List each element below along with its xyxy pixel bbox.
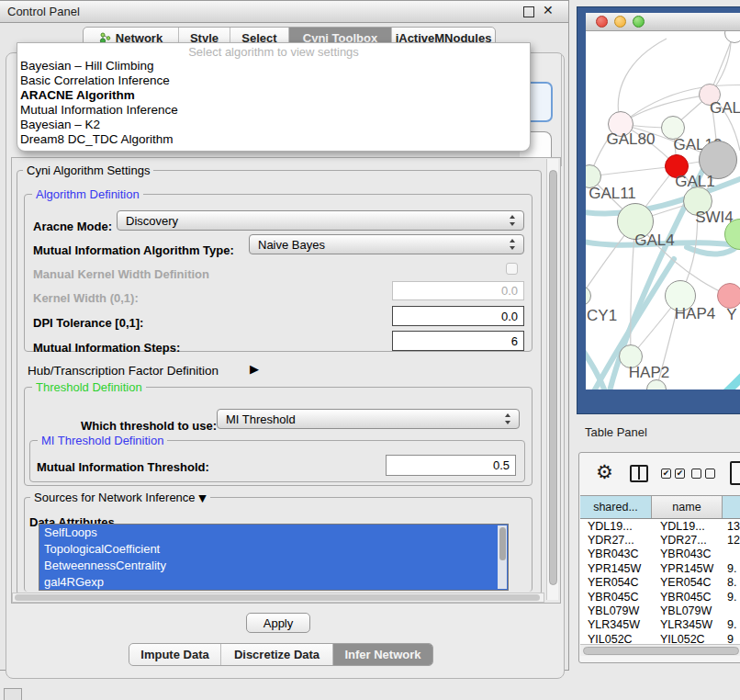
aracne-mode-combobox[interactable]: Discovery [117,210,524,231]
data-attributes-list[interactable]: SelfLoopsTopologicalCoefficientBetweenne… [39,524,509,591]
tab-discretize-data[interactable]: Discretize Data [221,644,333,665]
node-label: GAL [710,99,740,118]
new-table-icon[interactable] [730,461,740,485]
table-cell: YBL079W [580,604,652,617]
threshold-definition-title: Threshold Definition [32,380,146,394]
manual-kernel-width-checkbox[interactable] [506,263,518,275]
algorithm-option[interactable]: ARACNE Algorithm [17,88,530,103]
table-cell: YDL19... [652,520,723,533]
kernel-width-label: Kernel Width (0,1): [33,291,139,305]
horizontal-scrollbar-thumb[interactable] [15,594,540,601]
apply-button[interactable]: Apply [246,613,310,633]
table-cell: YPR145W [580,562,652,575]
network-node-y[interactable] [717,283,740,309]
node-label: GAL11 [589,185,636,203]
expand-right-icon[interactable]: ▶ [250,362,259,376]
node-label: GAL80 [607,130,656,149]
vertical-scrollbar[interactable] [546,159,558,600]
data-attribute-item[interactable]: gal4RGexp [39,574,508,591]
close-icon[interactable]: ✕ [543,3,554,17]
deselect-columns-icon[interactable] [705,469,715,479]
algorithm-option[interactable]: Basic Correlation Inference [17,73,530,88]
which-threshold-label: Which threshold to use: [81,419,217,433]
data-attribute-item[interactable]: TopologicalCoefficient [39,541,508,558]
node-label: HAP2 [629,364,669,382]
select-columns-checked-icon[interactable]: ✔ [675,469,685,479]
float-window-icon[interactable] [523,6,534,17]
table-cell: YDR27... [652,534,723,547]
spinner-arrows-icon [510,215,516,226]
zoom-traffic-light[interactable] [633,16,645,28]
table-panel-window: ⚙ ✔ ✔ shared...name YDL19...YDL19...13YD… [578,452,740,663]
manual-kernel-width-label: Manual Kernel Width Definition [33,267,209,281]
table-row[interactable]: YDL19...YDL19...13 [580,519,740,533]
table-row[interactable]: YPR145WYPR145W9. [580,561,740,575]
deselect-columns-icon[interactable] [691,469,701,479]
node-label: GAL4 [634,231,674,250]
table-cell: 9. [723,618,740,631]
hub-definition-expander-label[interactable]: Hub/Transcription Factor Definition [28,364,219,378]
algorithm-popup-list: Bayesian – Hill ClimbingBasic Correlatio… [17,59,530,147]
algorithm-option[interactable]: Bayesian – Hill Climbing [17,59,530,73]
which-threshold-value: MI Threshold [226,412,505,426]
algorithm-popup-prompt: Select algorithm to view settings [17,45,530,59]
control-panel-window: Control Panel ✕ NetworkStyleSelectCyni T… [0,0,569,671]
network-view-window: GALGAL80GAL10GAL1GAL11SWI4GAL4GCY1HAP4YH… [577,7,740,413]
data-attribute-item[interactable]: BetweennessCentrality [39,558,508,574]
collapse-down-icon[interactable]: ▼ [198,492,206,504]
algorithm-option[interactable]: Dream8 DC_TDC Algorithm [17,132,530,147]
attributes-scrollbar-thumb[interactable] [499,527,506,560]
table-cell: YBR045C [652,591,723,604]
mi-threshold-field[interactable] [386,455,516,476]
network-canvas[interactable]: GALGAL80GAL10GAL1GAL11SWI4GAL4GCY1HAP4YH… [586,31,740,390]
which-threshold-combobox[interactable]: MI Threshold [217,409,520,429]
mi-steps-label: Mutual Information Steps: [33,341,180,355]
horizontal-scrollbar[interactable] [12,593,544,603]
table-cell: YDR27... [580,534,652,547]
minimized-panel-button[interactable] [4,688,22,700]
mi-algorithm-type-value: Naive Bayes [258,238,510,252]
table-row[interactable]: YDR27...YDR27...12 [580,533,740,547]
vertical-scrollbar-thumb[interactable] [549,170,557,585]
control-panel-title: Control Panel [7,5,80,18]
algorithm-option[interactable]: Mutual Information Inference [17,103,530,118]
control-panel-titlebar: Control Panel ✕ [0,1,568,23]
network-window-titlebar [586,13,740,31]
table-row[interactable]: YER054CYER054C8. [580,576,740,590]
kernel-width-field[interactable] [392,281,524,300]
algorithm-option[interactable]: Bayesian – K2 [17,118,530,132]
table-row[interactable]: YLR345WYLR345W9. [580,618,740,632]
spinner-arrows-icon [505,413,511,424]
table-horizontal-scrollbar[interactable] [580,644,740,656]
column-header-shared...[interactable]: shared... [580,496,652,518]
table-row[interactable]: YBL079WYBL079W [580,604,740,617]
network-node[interactable] [724,31,740,43]
gear-icon[interactable]: ⚙ [596,463,613,482]
network-node-gcy1[interactable] [586,286,591,306]
data-attribute-item[interactable]: SelfLoops [39,525,508,541]
node-label: HAP4 [675,305,715,323]
aracne-mode-value: Discovery [126,214,510,228]
select-columns-checked-icon[interactable]: ✔ [661,469,671,479]
table-cell: 9. [723,591,740,604]
mi-algorithm-type-label: Mutual Information Algorithm Type: [33,243,234,257]
attributes-scrollbar[interactable] [498,525,507,589]
column-header-extra[interactable] [723,496,740,518]
table-row[interactable]: YIL052CYIL052C9 [580,632,740,645]
minimize-traffic-light[interactable] [614,16,626,28]
dpi-tolerance-field[interactable] [392,306,524,326]
sources-title-text[interactable]: Sources for Network Inference [34,491,196,504]
table-hscroll-thumb[interactable] [583,647,739,655]
tab-impute-data[interactable]: Impute Data [129,644,221,665]
column-header-name[interactable]: name [652,496,723,518]
table-row[interactable]: YBR043CYBR043C [580,548,740,561]
mi-algorithm-type-combobox[interactable]: Naive Bayes [249,234,524,254]
table-rows: YDL19...YDL19...13YDR27...YDR27...12YBR0… [580,519,740,645]
table-row[interactable]: YBR045CYBR045C9. [580,590,740,604]
split-view-icon[interactable] [630,465,648,482]
mi-steps-field[interactable] [392,331,524,351]
tab-infer-network[interactable]: Infer Network [333,644,432,665]
table-cell: YLR345W [652,618,723,631]
tab-label: Infer Network [344,648,420,661]
close-traffic-light[interactable] [596,16,608,28]
